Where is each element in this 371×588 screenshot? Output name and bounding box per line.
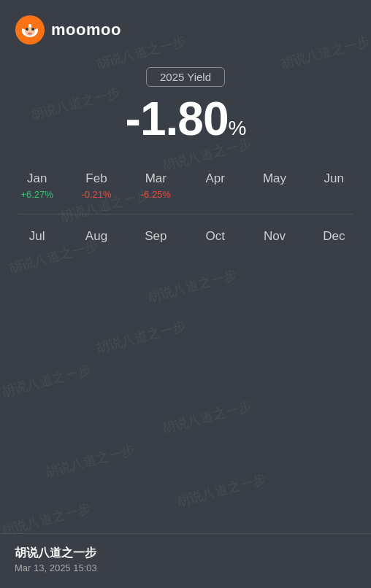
watermark-8: 胡说八道之一步: [94, 317, 188, 357]
month-oct-label: Oct: [188, 229, 242, 244]
month-aug-value: [69, 247, 123, 261]
month-mar-label: Mar: [129, 171, 183, 186]
logo: moomoo: [15, 15, 121, 45]
yield-badge: 2025 Yield: [146, 67, 225, 87]
month-aug-label: Aug: [69, 229, 123, 244]
month-jan-label: Jan: [10, 171, 64, 186]
month-jan-value: +6.27%: [10, 189, 64, 204]
watermark-11: 胡说八道之一步: [43, 441, 137, 481]
month-nov-label: Nov: [248, 229, 301, 244]
month-row-1: Jan +6.27% Feb -0.21% Mar -6.25% Apr May…: [7, 164, 364, 206]
month-may-value: [248, 189, 301, 204]
month-jul-label: Jul: [10, 229, 64, 244]
month-row-2: Jul Aug Sep Oct Nov Dec: [7, 222, 364, 264]
month-jun-label: Jun: [307, 171, 361, 186]
month-jan: Jan +6.27%: [7, 164, 66, 206]
month-dec-label: Dec: [307, 229, 361, 244]
month-aug: Aug: [66, 222, 126, 264]
yield-value: -1.80%: [15, 96, 356, 142]
yield-section: 2025 Yield -1.80%: [0, 53, 371, 164]
month-feb: Feb -0.21%: [66, 164, 126, 206]
watermark-7: 胡说八道之一步: [145, 266, 239, 306]
month-feb-value: -0.21%: [69, 189, 123, 204]
footer-date: Mar 13, 2025 15:03: [15, 562, 356, 573]
month-oct: Oct: [186, 222, 245, 264]
watermark-10: 胡说八道之一步: [160, 397, 253, 438]
month-dec-value: [307, 247, 361, 261]
logo-text: moomoo: [51, 20, 121, 39]
month-oct-value: [188, 247, 242, 261]
row-divider: [18, 214, 353, 214]
month-sep: Sep: [126, 222, 186, 264]
footer-username: 胡说八道之一步: [15, 546, 356, 561]
month-jun-value: [307, 189, 361, 204]
month-apr: Apr: [186, 164, 245, 206]
month-sep-label: Sep: [129, 229, 183, 244]
month-may: May: [245, 164, 304, 206]
yield-percent: %: [228, 117, 245, 139]
month-apr-value: [188, 189, 242, 204]
month-nov: Nov: [245, 222, 304, 264]
svg-point-6: [31, 28, 34, 31]
watermark-9: 胡说八道之一步: [0, 360, 93, 401]
month-dec: Dec: [305, 222, 364, 264]
month-mar: Mar -6.25%: [126, 164, 186, 206]
yield-number: -1.80: [126, 93, 229, 145]
monthly-grid: Jan +6.27% Feb -0.21% Mar -6.25% Apr May…: [0, 164, 371, 264]
header: moomoo: [0, 0, 371, 53]
month-jul: Jul: [7, 222, 66, 264]
month-jun: Jun: [305, 164, 364, 206]
month-mar-value: -6.25%: [129, 189, 183, 204]
moomoo-logo-icon: [15, 15, 45, 45]
svg-point-5: [26, 28, 28, 31]
month-may-label: May: [248, 171, 301, 186]
month-jul-value: [10, 247, 64, 261]
svg-point-7: [28, 33, 32, 35]
month-apr-label: Apr: [188, 171, 242, 186]
month-nov-value: [248, 247, 301, 261]
watermark-12: 胡说八道之一步: [175, 470, 268, 511]
month-feb-label: Feb: [69, 171, 123, 186]
month-sep-value: [129, 247, 183, 261]
footer: 胡说八道之一步 Mar 13, 2025 15:03: [0, 533, 371, 588]
